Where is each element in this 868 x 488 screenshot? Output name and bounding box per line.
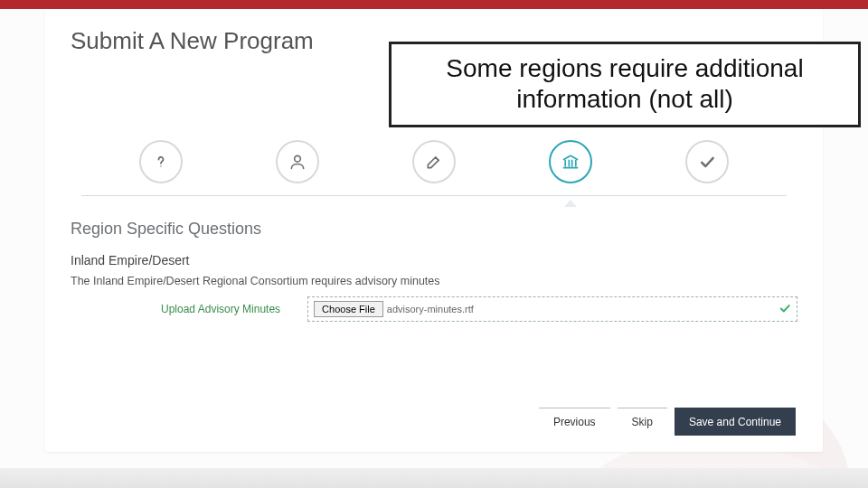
edit-icon	[425, 153, 443, 171]
upload-label: Upload Advisory Minutes	[161, 303, 280, 315]
check-icon	[698, 153, 716, 171]
step-finish[interactable]	[685, 140, 729, 183]
institution-icon	[561, 153, 580, 171]
user-icon	[288, 153, 307, 171]
svg-point-0	[160, 165, 161, 166]
annotation-callout: Some regions require additional informat…	[389, 42, 861, 127]
footer-actions: Previous Skip Save and Continue	[539, 408, 796, 436]
step-edit[interactable]	[412, 140, 456, 183]
brand-top-bar	[0, 0, 868, 9]
step-help[interactable]	[139, 140, 183, 183]
form-card: Submit A New Program Some regions requir…	[45, 9, 823, 452]
skip-button[interactable]: Skip	[618, 408, 667, 436]
upload-ok-icon	[778, 302, 791, 317]
save-continue-button[interactable]: Save and Continue	[675, 408, 796, 436]
decor-bottom-band	[0, 468, 868, 488]
region-description: The Inland Empire/Desert Regional Consor…	[71, 275, 797, 287]
step-region[interactable]	[549, 140, 592, 183]
question-icon	[152, 153, 170, 171]
previous-button[interactable]: Previous	[539, 408, 610, 436]
region-name: Inland Empire/Desert	[71, 253, 797, 267]
section-heading: Region Specific Questions	[71, 220, 797, 239]
chosen-file-name: advisory-minutes.rtf	[387, 304, 474, 314]
upload-row: Upload Advisory Minutes Choose File advi…	[71, 296, 797, 322]
step-user[interactable]	[276, 140, 319, 183]
choose-file-button[interactable]: Choose File	[314, 301, 383, 317]
svg-point-1	[294, 155, 300, 162]
file-input-area[interactable]: Choose File advisory-minutes.rtf	[307, 296, 797, 322]
wizard-stepper	[92, 140, 776, 183]
